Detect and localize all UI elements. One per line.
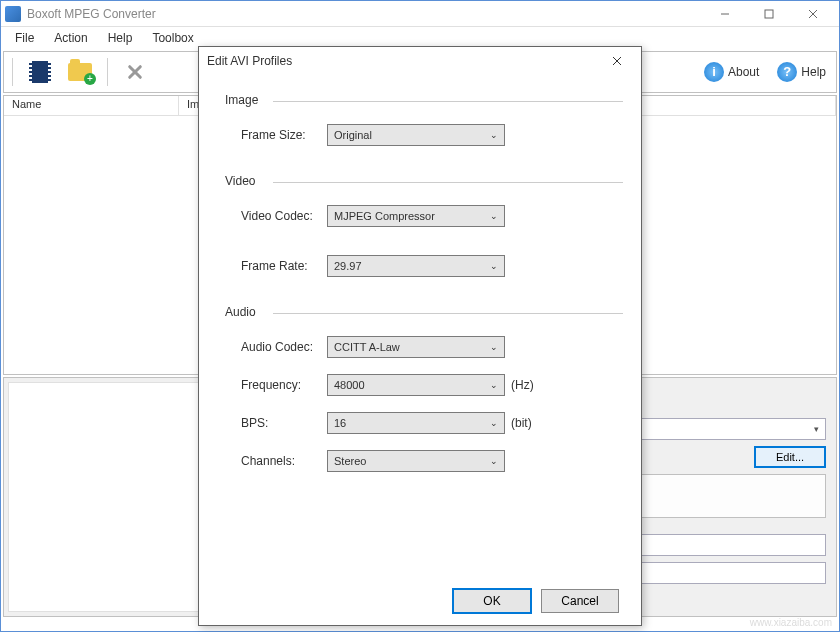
frequency-label: Frequency:	[241, 378, 327, 392]
maximize-button[interactable]	[747, 1, 791, 27]
chevron-down-icon: ⌄	[490, 342, 498, 352]
channels-label: Channels:	[241, 454, 327, 468]
channels-value: Stereo	[334, 455, 366, 467]
window-title: Boxoft MPEG Converter	[27, 7, 156, 21]
chevron-down-icon: ⌄	[490, 211, 498, 221]
separator	[273, 101, 623, 102]
chevron-down-icon: ▾	[814, 424, 819, 434]
frequency-select[interactable]: 48000 ⌄	[327, 374, 505, 396]
frequency-row: Frequency: 48000 ⌄ (Hz)	[241, 374, 623, 396]
frame-size-row: Frame Size: Original ⌄	[241, 124, 623, 146]
svg-rect-1	[765, 10, 773, 18]
frame-size-select[interactable]: Original ⌄	[327, 124, 505, 146]
chevron-down-icon: ⌄	[490, 380, 498, 390]
dialog-title: Edit AVI Profiles	[207, 54, 292, 68]
group-image: Image Frame Size: Original ⌄	[217, 93, 623, 146]
frame-size-label: Frame Size:	[241, 128, 327, 142]
frame-rate-row: Frame Rate: 29.97 ⌄	[241, 255, 623, 277]
app-icon	[5, 6, 21, 22]
help-icon: ?	[777, 62, 797, 82]
about-label: About	[728, 65, 759, 79]
menu-toolbox[interactable]: Toolbox	[142, 29, 203, 47]
group-audio-label: Audio	[225, 305, 623, 319]
add-folder-button[interactable]	[63, 55, 97, 89]
chevron-down-icon: ⌄	[490, 456, 498, 466]
menu-help[interactable]: Help	[98, 29, 143, 47]
bps-select[interactable]: 16 ⌄	[327, 412, 505, 434]
group-video: Video Video Codec: MJPEG Compressor ⌄ Fr…	[217, 174, 623, 277]
toolbar-separator	[107, 58, 108, 86]
folder-plus-icon	[68, 63, 92, 81]
chevron-down-icon: ⌄	[490, 130, 498, 140]
frame-rate-label: Frame Rate:	[241, 259, 327, 273]
separator	[273, 313, 623, 314]
about-button[interactable]: i About	[698, 60, 765, 84]
window-controls	[703, 1, 835, 27]
bps-suffix: (bit)	[511, 416, 532, 430]
info-icon: i	[704, 62, 724, 82]
audio-codec-label: Audio Codec:	[241, 340, 327, 354]
frame-rate-value: 29.97	[334, 260, 362, 272]
bps-row: BPS: 16 ⌄ (bit)	[241, 412, 623, 434]
column-name[interactable]: Name	[4, 96, 179, 115]
menu-action[interactable]: Action	[44, 29, 97, 47]
audio-codec-select[interactable]: CCITT A-Law ⌄	[327, 336, 505, 358]
frequency-value: 48000	[334, 379, 365, 391]
dialog-close-button[interactable]	[601, 49, 633, 73]
ok-button[interactable]: OK	[453, 589, 531, 613]
dialog-titlebar: Edit AVI Profiles	[199, 47, 641, 75]
minimize-button[interactable]	[703, 1, 747, 27]
help-button[interactable]: ? Help	[771, 60, 832, 84]
channels-row: Channels: Stereo ⌄	[241, 450, 623, 472]
edit-button[interactable]: Edit...	[754, 446, 826, 468]
chevron-down-icon: ⌄	[490, 418, 498, 428]
edit-avi-profiles-dialog: Edit AVI Profiles Image Frame Size: Orig…	[198, 46, 642, 626]
audio-codec-value: CCITT A-Law	[334, 341, 400, 353]
video-codec-label: Video Codec:	[241, 209, 327, 223]
bps-label: BPS:	[241, 416, 327, 430]
dialog-body: Image Frame Size: Original ⌄ Video Video…	[199, 75, 641, 492]
channels-select[interactable]: Stereo ⌄	[327, 450, 505, 472]
group-image-label: Image	[225, 93, 623, 107]
cancel-button[interactable]: Cancel	[541, 589, 619, 613]
frame-rate-select[interactable]: 29.97 ⌄	[327, 255, 505, 277]
titlebar: Boxoft MPEG Converter	[1, 1, 839, 27]
film-icon	[29, 61, 51, 83]
bps-value: 16	[334, 417, 346, 429]
frequency-suffix: (Hz)	[511, 378, 534, 392]
frame-size-value: Original	[334, 129, 372, 141]
x-icon	[125, 62, 145, 82]
audio-codec-row: Audio Codec: CCITT A-Law ⌄	[241, 336, 623, 358]
video-codec-value: MJPEG Compressor	[334, 210, 435, 222]
remove-button[interactable]	[118, 55, 152, 89]
video-codec-row: Video Codec: MJPEG Compressor ⌄	[241, 205, 623, 227]
group-video-label: Video	[225, 174, 623, 188]
chevron-down-icon: ⌄	[490, 261, 498, 271]
separator	[273, 182, 623, 183]
help-label: Help	[801, 65, 826, 79]
toolbar-separator	[12, 58, 13, 86]
close-button[interactable]	[791, 1, 835, 27]
menu-file[interactable]: File	[5, 29, 44, 47]
group-audio: Audio Audio Codec: CCITT A-Law ⌄ Frequen…	[217, 305, 623, 472]
video-codec-select[interactable]: MJPEG Compressor ⌄	[327, 205, 505, 227]
add-file-button[interactable]	[23, 55, 57, 89]
dialog-footer: OK Cancel	[199, 589, 641, 613]
